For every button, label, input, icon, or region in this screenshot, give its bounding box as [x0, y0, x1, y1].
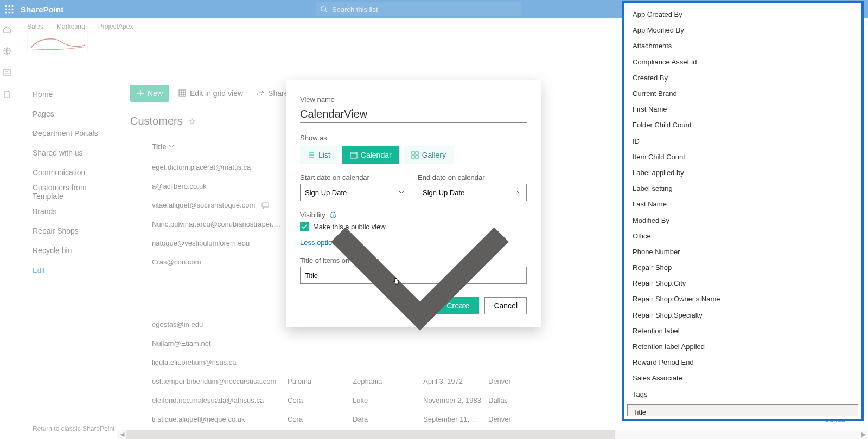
- title-items-select[interactable]: Title: [300, 267, 527, 284]
- chevron-down-icon: [318, 173, 522, 377]
- cursor-hand-icon: [392, 277, 400, 286]
- dropdown-option[interactable]: Created By: [627, 70, 858, 86]
- dropdown-option[interactable]: ID: [627, 133, 858, 149]
- dropdown-option[interactable]: Office: [627, 228, 858, 244]
- dropdown-option[interactable]: Folder Child Count: [627, 117, 858, 133]
- svg-rect-22: [350, 152, 357, 158]
- dropdown-option[interactable]: Tags: [627, 386, 858, 402]
- svg-rect-23: [412, 152, 414, 154]
- dropdown-option[interactable]: Modified By: [627, 212, 858, 228]
- dropdown-option[interactable]: Repair Shop:City: [627, 275, 858, 291]
- dropdown-option[interactable]: Repair Shop:Owner's Name: [627, 291, 858, 307]
- dropdown-option[interactable]: Current Brand: [627, 86, 858, 101]
- svg-rect-26: [416, 156, 418, 158]
- dropdown-option[interactable]: Sales Associate: [627, 370, 858, 386]
- check-icon: [302, 224, 307, 229]
- showas-gallery[interactable]: Gallery: [404, 146, 454, 164]
- dropdown-option[interactable]: Repair Shop: [627, 260, 858, 275]
- title-field-dropdown[interactable]: App Created ByApp Modified ByAttachments…: [622, 1, 864, 421]
- dropdown-option[interactable]: Label setting: [627, 180, 858, 196]
- svg-rect-24: [416, 152, 418, 154]
- view-name-label: View name: [300, 95, 527, 104]
- dropdown-option[interactable]: App Created By: [627, 7, 858, 22]
- dropdown-option[interactable]: First Name: [627, 101, 858, 117]
- view-name-input[interactable]: [300, 106, 527, 123]
- showas-calendar[interactable]: Calendar: [342, 146, 399, 164]
- create-view-dialog: View name Show as List Calendar Gallery …: [286, 80, 541, 327]
- dropdown-option[interactable]: Title: [627, 404, 858, 416]
- dropdown-option[interactable]: Item Child Count: [627, 149, 858, 165]
- showas-list[interactable]: List: [300, 146, 338, 164]
- dropdown-option[interactable]: App Modified By: [627, 22, 858, 38]
- dropdown-option[interactable]: Retention label Applied: [627, 339, 858, 354]
- show-as-label: Show as: [300, 134, 527, 142]
- dropdown-option[interactable]: Phone Number: [627, 244, 858, 260]
- dropdown-option[interactable]: Repair Shop:Specialty: [627, 307, 858, 323]
- dropdown-option[interactable]: Reward Period End: [627, 354, 858, 370]
- dropdown-option[interactable]: Label applied by: [627, 165, 858, 180]
- svg-rect-25: [412, 156, 414, 158]
- dropdown-option[interactable]: Retention label: [627, 323, 858, 339]
- dropdown-option[interactable]: Attachments: [627, 38, 858, 54]
- dropdown-option[interactable]: Compliance Asset Id: [627, 54, 858, 70]
- dropdown-option[interactable]: Last Name: [627, 196, 858, 212]
